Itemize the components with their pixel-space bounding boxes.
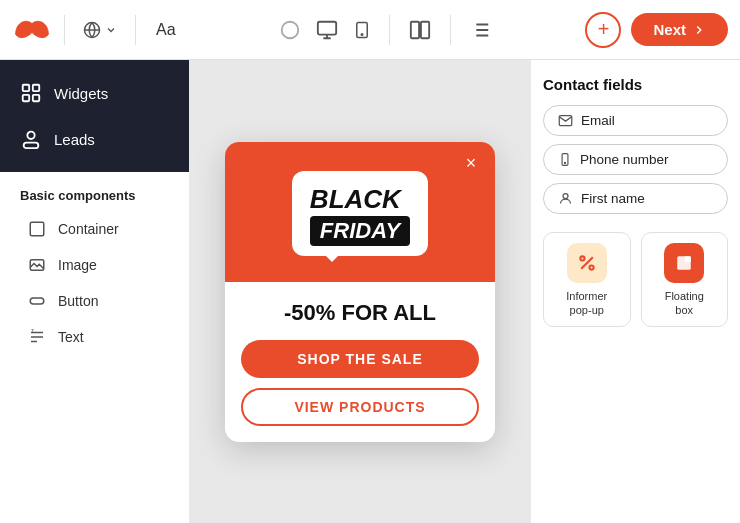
component-text[interactable]: T Text (8, 319, 181, 355)
svg-rect-5 (410, 21, 418, 38)
speech-bubble: BLACK FRIDAY (292, 171, 428, 256)
toolbar-divider-4 (450, 15, 451, 45)
floating-box-icon (664, 243, 704, 283)
add-button[interactable]: + (585, 12, 621, 48)
language-selector[interactable] (77, 17, 123, 43)
svg-rect-10 (33, 95, 39, 101)
popup-header: × BLACK FRIDAY (225, 142, 495, 282)
main-layout: Widgets Leads Basic components Container (0, 60, 740, 523)
widget-informer-popup[interactable]: Informerpop-up (543, 232, 631, 327)
device-tablet-icon[interactable] (353, 19, 371, 41)
font-button[interactable]: Aa (148, 17, 184, 43)
person-icon (558, 191, 573, 206)
svg-point-21 (589, 266, 593, 270)
svg-point-18 (564, 162, 565, 163)
device-circle-icon[interactable] (279, 19, 301, 41)
widgets-icon (20, 82, 42, 104)
toolbar-divider-1 (64, 15, 65, 45)
discount-text: -50% FOR ALL (241, 300, 479, 326)
popup-preview: × BLACK FRIDAY -50% FOR ALL SHOP THE SAL… (225, 142, 495, 442)
shop-sale-button[interactable]: SHOP THE SALE (241, 340, 479, 378)
svg-rect-15 (30, 298, 44, 304)
split-view-icon[interactable] (408, 19, 432, 41)
svg-point-1 (281, 21, 298, 38)
list-icon[interactable] (469, 19, 491, 41)
widgets-label: Widgets (54, 85, 108, 102)
device-desktop-icon[interactable] (315, 19, 339, 41)
component-image[interactable]: Image (8, 247, 181, 283)
svg-rect-9 (23, 95, 29, 101)
contact-fields-title: Contact fields (543, 76, 728, 93)
sidebar-item-leads[interactable]: Leads (0, 116, 189, 162)
percent-icon (577, 253, 597, 273)
sidebar-item-widgets[interactable]: Widgets (0, 70, 189, 116)
toolbar-right: + Next (585, 12, 728, 48)
leads-label: Leads (54, 131, 95, 148)
svg-rect-23 (685, 256, 691, 262)
chevron-down-icon (105, 24, 117, 36)
button-icon (28, 292, 46, 310)
logo (12, 14, 52, 46)
right-panel: Contact fields Email Phone number First … (530, 60, 740, 523)
svg-point-11 (27, 132, 34, 139)
container-icon (28, 220, 46, 238)
leads-icon (20, 128, 42, 150)
popup-body: -50% FOR ALL SHOP THE SALE VIEW PRODUCTS (225, 282, 495, 442)
sidebar-nav: Widgets Leads (0, 60, 189, 172)
image-icon (28, 256, 46, 274)
informer-label: Informerpop-up (566, 289, 607, 318)
view-products-button[interactable]: VIEW PRODUCTS (241, 388, 479, 426)
popup-close-button[interactable]: × (459, 152, 483, 176)
box-icon (675, 254, 693, 272)
canvas: × BLACK FRIDAY -50% FOR ALL SHOP THE SAL… (190, 60, 530, 523)
black-text: BLACK (310, 185, 401, 214)
friday-text: FRIDAY (310, 216, 410, 246)
svg-point-20 (580, 256, 584, 260)
next-arrow-icon (692, 23, 706, 37)
svg-rect-13 (30, 222, 44, 236)
device-toolbar (192, 15, 578, 45)
sidebar: Widgets Leads Basic components Container (0, 60, 190, 523)
svg-rect-6 (420, 21, 428, 38)
next-button[interactable]: Next (631, 13, 728, 46)
component-button[interactable]: Button (8, 283, 181, 319)
globe-icon (83, 21, 101, 39)
widget-row: Informerpop-up Floatingbox (543, 232, 728, 327)
component-container[interactable]: Container (8, 211, 181, 247)
toolbar: Aa (0, 0, 740, 60)
svg-rect-12 (24, 143, 39, 149)
widget-floating-box[interactable]: Floatingbox (641, 232, 729, 327)
informer-icon (567, 243, 607, 283)
field-phone[interactable]: Phone number (543, 144, 728, 175)
basic-components-title: Basic components (0, 172, 189, 211)
svg-point-19 (563, 194, 568, 199)
svg-rect-2 (317, 21, 335, 34)
svg-rect-8 (33, 85, 39, 91)
phone-icon (558, 152, 572, 167)
field-email[interactable]: Email (543, 105, 728, 136)
email-icon (558, 113, 573, 128)
toolbar-divider-2 (135, 15, 136, 45)
svg-point-4 (361, 33, 363, 35)
svg-rect-7 (23, 85, 29, 91)
floating-box-label: Floatingbox (665, 289, 704, 318)
text-icon: T (28, 328, 46, 346)
toolbar-divider-3 (389, 15, 390, 45)
field-firstname[interactable]: First name (543, 183, 728, 214)
